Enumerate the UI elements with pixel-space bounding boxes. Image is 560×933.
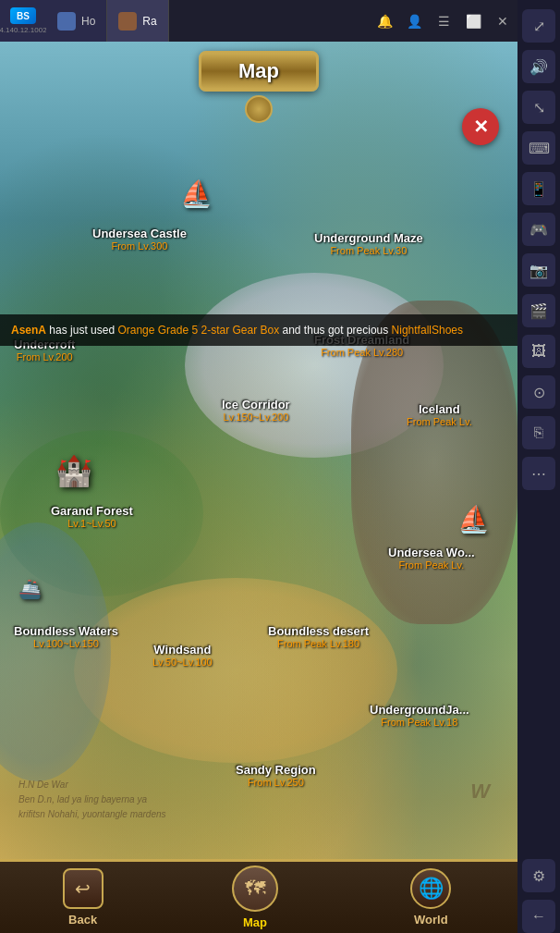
location-underground-maze[interactable]: Underground Maze From Peak Lv.30 (314, 231, 423, 256)
location-name: Undersea Wo... (388, 546, 475, 559)
restore-btn[interactable]: ⬜ (458, 0, 488, 42)
castle-icon-1: 🏰 (55, 453, 92, 488)
location-ice-corridor[interactable]: Ice Corridor Lv.150~Lv.200 (222, 398, 290, 423)
notif-username: AsenA (11, 324, 46, 337)
gamepad-btn[interactable]: 🎮 (522, 213, 555, 246)
location-name: Windsand (152, 643, 213, 657)
location-level: From Peak Lv.30 (314, 245, 423, 256)
location-level: From Peak Lv. (407, 416, 472, 427)
sidebar: ⤢ 🔊 ⤡ ⌨ 📱 🎮 📷 🎬 🖼 ⊙ ⎘ ⋯ ⚙ ← (517, 0, 560, 933)
sandy-terrain (74, 578, 397, 763)
world-nav-icon: 🌐 (410, 868, 451, 909)
volume-btn[interactable]: 🔊 (522, 50, 555, 83)
map-nav-icon: 🗺 (232, 865, 278, 912)
parchment-line-3: krifitsn Nohahi, yuontangle mardens (18, 807, 166, 822)
tab-home[interactable]: Ho (46, 0, 107, 42)
tab-home-icon (57, 12, 76, 31)
notification-btn[interactable]: 🔔 (370, 0, 399, 42)
notif-result: and thus got precious (283, 324, 389, 337)
location-level: From Peak Lv.280 (314, 347, 409, 358)
bottom-navigation: ↩ Back 🗺 Map 🌐 World (0, 859, 517, 933)
location-boundless-waters[interactable]: Boundless Waters Lv.100~Lv.150 (14, 624, 118, 649)
location-undersea-castle[interactable]: Undersea Castle From Lv.300 (92, 227, 187, 252)
notification-banner: AsenA has just used Orange Grade 5 2-sta… (0, 314, 517, 346)
title-compass-ornament (245, 95, 273, 123)
location-undersea-world[interactable]: Undersea Wo... From Peak Lv. (388, 546, 475, 571)
ship-icon-2: ⛵ (457, 504, 490, 534)
location-windsand[interactable]: Windsand Lv.50~Lv.100 (152, 643, 213, 668)
fullscreen-btn[interactable]: ⤢ (522, 9, 555, 43)
location-level: From Peak Lv. (388, 559, 475, 571)
location-level: From Lv.200 (14, 351, 75, 362)
compass-indicator: W (470, 780, 490, 804)
location-name: UndergroundJa... (370, 703, 469, 717)
close-window-btn[interactable]: ✕ (488, 0, 517, 42)
more-btn[interactable]: ⋯ (522, 457, 555, 490)
map-title-text: Map (238, 59, 279, 82)
location-name: Iceland (407, 402, 472, 416)
location-level: From Peak Lv.180 (268, 638, 369, 649)
back-icon: ↩ (63, 868, 103, 909)
close-icon: ✕ (473, 116, 489, 138)
back-sidebar-btn[interactable]: ← (522, 900, 555, 933)
location-name: Boundless Waters (14, 624, 118, 638)
logo-icon: BS (10, 7, 36, 24)
location-name: Underground Maze (314, 231, 423, 245)
bluestacks-logo: BS 4.140.12.1002 (0, 0, 46, 42)
map-title: Map (199, 51, 319, 92)
location-underground-ja[interactable]: UndergroundJa... From Peak Lv.18 (370, 703, 469, 728)
title-bar: BS 4.140.12.1002 Ho Ra 🔔 👤 ☰ ⬜ ✕ (0, 0, 517, 42)
location-name: Ice Corridor (222, 398, 290, 411)
location-level: Lv.1~Lv.50 (51, 518, 133, 529)
bs-version: 4.140.12.1002 (0, 26, 47, 34)
location-level: Lv.50~Lv.100 (152, 657, 213, 668)
back-button[interactable]: ↩ Back (48, 861, 118, 933)
tab-ra[interactable]: Ra (107, 0, 168, 42)
location-level: From Lv.250 (236, 777, 316, 788)
profile-btn[interactable]: 👤 (399, 0, 429, 42)
tab-ra-icon (118, 12, 137, 31)
world-label: World (414, 913, 448, 927)
location-sandy-region[interactable]: Sandy Region From Lv.250 (236, 763, 316, 788)
location-boundless-desert[interactable]: Boundless desert From Peak Lv.180 (268, 624, 369, 649)
location-name: Garand Forest (51, 504, 133, 518)
notif-action: has just used (49, 324, 115, 337)
location-garand-forest[interactable]: Garand Forest Lv.1~Lv.50 (51, 504, 133, 529)
minimize-btn[interactable]: ⤡ (522, 91, 555, 124)
keyboard-btn[interactable]: ⌨ (522, 131, 555, 165)
ship-icon-1: ⛵ (180, 178, 213, 209)
ship-icon-3: 🚢 (18, 578, 42, 600)
location-name: Undersea Castle (92, 227, 187, 240)
location-name: Boundless desert (268, 624, 369, 638)
map-button[interactable]: 🗺 Map (213, 858, 297, 933)
record-btn[interactable]: 🎬 (522, 294, 555, 327)
location-name: Sandy Region (236, 763, 316, 777)
map-label: Map (243, 915, 267, 929)
parchment-line-2: Ben D.n, lad ya ling bayerna ya (18, 792, 166, 807)
gallery-btn[interactable]: 🖼 (522, 335, 555, 368)
menu-btn[interactable]: ☰ (429, 0, 458, 42)
notif-item: Orange Grade 5 2-star Gear Box (117, 324, 279, 337)
rotate-btn[interactable]: 📱 (522, 172, 555, 205)
location-level: From Lv.300 (92, 240, 187, 252)
parchment-text: H.N De War Ben D.n, lad ya ling bayerna … (18, 778, 166, 822)
map-close-button[interactable]: ✕ (462, 108, 499, 145)
location-level: From Peak Lv.18 (370, 717, 469, 728)
notif-reward: NightfallShoes (392, 324, 463, 337)
screenshot-btn[interactable]: 📷 (522, 253, 555, 287)
tab-home-label: Ho (81, 15, 95, 28)
settings-btn[interactable]: ⚙ (522, 859, 555, 892)
game-area: Map ✕ ⛵ ⛵ 🚢 🏰 AsenA has just used Orange… (0, 42, 517, 933)
layers-btn[interactable]: ⎘ (522, 416, 555, 449)
location-btn[interactable]: ⊙ (522, 375, 555, 409)
world-button[interactable]: 🌐 World (392, 861, 469, 933)
location-level: Lv.150~Lv.200 (222, 411, 290, 423)
parchment-line-1: H.N De War (18, 778, 166, 792)
location-level: Lv.100~Lv.150 (14, 638, 118, 649)
location-iceland[interactable]: Iceland From Peak Lv. (407, 402, 472, 427)
back-label: Back (68, 913, 97, 927)
tab-ra-label: Ra (142, 15, 156, 28)
